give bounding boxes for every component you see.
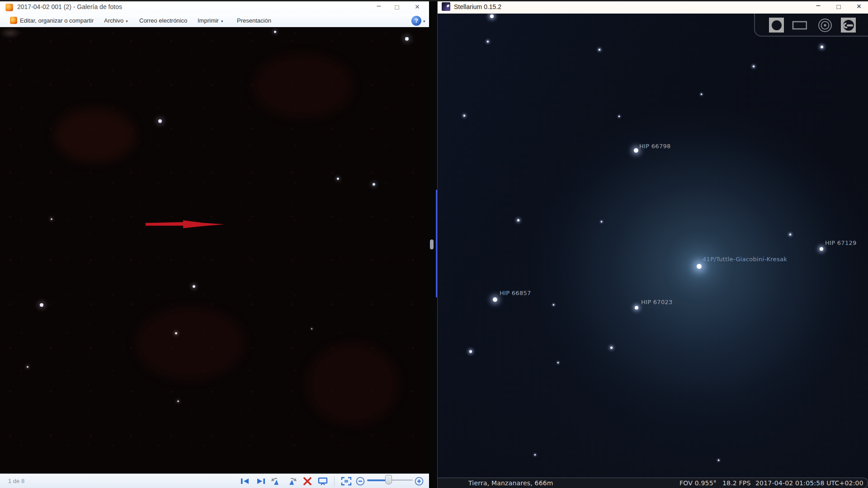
star-label: HIP 66798 (639, 143, 671, 150)
previous-icon (240, 478, 250, 485)
stellarium-statusbar: Tierra, Manzanares, 666m FOV 0.955° 18.2… (438, 478, 868, 488)
slideshow-button[interactable] (316, 476, 329, 487)
delete-photo-button[interactable] (301, 476, 314, 487)
sky-star (493, 297, 497, 302)
annotation-layer (0, 27, 429, 474)
full-circle-view-button[interactable] (769, 18, 784, 33)
stellarium-window: Stellarium 0.15.2 – □ × (437, 0, 868, 488)
chevron-down-icon: ▾ (221, 19, 223, 23)
photo-counter: 1 de 8 (8, 478, 24, 484)
sky-view[interactable]: Tierra, Manzanares, 666m FOV 0.955° 18.2… (438, 14, 868, 488)
frame-view-button[interactable] (792, 18, 807, 33)
photo-star (311, 328, 312, 329)
photo-star (27, 366, 28, 368)
sky-star (599, 49, 600, 51)
sky-star (634, 148, 638, 153)
desktop: 2017-04-02 001 (2) - Galería de fotos – … (0, 0, 868, 488)
fov-readout: FOV 0.955° (679, 479, 717, 487)
sky-star (517, 219, 519, 221)
close-button[interactable]: × (410, 3, 424, 12)
maximize-button[interactable]: □ (390, 3, 404, 12)
sky-star (557, 362, 559, 363)
sky-star (490, 14, 494, 18)
menu-slideshow[interactable]: Presentación (237, 16, 271, 25)
previous-photo-button[interactable] (239, 476, 251, 487)
maximize-button[interactable]: □ (832, 2, 845, 11)
photo-star (51, 218, 52, 220)
zoom-slider-thumb[interactable] (385, 475, 392, 484)
telrad-target-button[interactable] (817, 18, 832, 33)
astro-photo-canvas (0, 27, 429, 474)
rotate-left-icon (271, 477, 282, 486)
comet-label: 41P/Tuttle-Giacobini-Kresak (703, 256, 787, 263)
next-icon (256, 478, 266, 485)
photo-gallery-window: 2017-04-02 001 (2) - Galería de fotos – … (0, 0, 429, 488)
photo-star (158, 119, 162, 123)
menu-file-label: Archivo (104, 17, 123, 24)
menu-print-label: Imprimir (198, 17, 219, 24)
star-label: HIP 67129 (825, 239, 857, 246)
stellarium-titlebar[interactable]: Stellarium 0.15.2 – □ × (438, 0, 868, 14)
photo-star (274, 31, 276, 33)
minimize-button[interactable]: – (811, 2, 825, 11)
sky-star (610, 347, 613, 349)
next-photo-button[interactable] (255, 476, 267, 487)
rotate-left-button[interactable] (270, 476, 283, 487)
sky-star (487, 41, 489, 42)
photo-star (40, 303, 43, 307)
fit-to-window-button[interactable] (340, 476, 353, 487)
sky-star (821, 46, 823, 48)
photo-gallery-window-title: 2017-04-02 001 (2) - Galería de fotos (17, 3, 122, 10)
sky-star (635, 306, 638, 310)
sky-star (553, 304, 554, 305)
ocular-settings-button[interactable] (841, 18, 856, 33)
sky-star (718, 460, 719, 461)
menu-file[interactable]: Archivo▾ (104, 16, 128, 25)
menu-edit-organize-share[interactable]: Editar, organizar o compartir (20, 16, 94, 25)
concentric-circles-icon (817, 18, 832, 33)
fit-icon (341, 477, 352, 486)
delete-icon (303, 477, 312, 485)
gallery-edit-icon (10, 17, 17, 24)
sky-star (463, 115, 465, 117)
photo-star (175, 332, 177, 334)
zoom-in-button[interactable] (413, 476, 425, 487)
sky-star (534, 454, 536, 455)
comet-41p[interactable] (697, 264, 702, 269)
toolbar-separator (334, 476, 335, 486)
photo-gallery-toolbar: 1 de 8 (0, 474, 429, 488)
close-button[interactable]: × (852, 2, 866, 11)
sky-star (789, 234, 791, 235)
menu-email[interactable]: Correo electrónico (139, 16, 187, 25)
sky-star (701, 94, 702, 95)
help-icon[interactable]: ? (411, 16, 421, 26)
crescent-moon-icon (446, 4, 449, 7)
photo-star (193, 285, 195, 288)
chevron-down-icon[interactable]: ▾ (423, 19, 425, 23)
zoom-in-icon (414, 476, 424, 486)
location-readout: Tierra, Manzanares, 666m (468, 479, 553, 487)
snap-divider-grip[interactable] (430, 239, 434, 249)
photo-star (177, 400, 179, 402)
menu-print[interactable]: Imprimir▾ (198, 16, 223, 25)
slideshow-icon (317, 477, 328, 486)
rotate-right-icon (286, 477, 297, 486)
minimize-button[interactable]: – (372, 3, 386, 12)
sky-star (601, 221, 602, 222)
circle-view-icon (770, 19, 783, 32)
wrench-icon (842, 19, 855, 32)
photo-gallery-menubar: Editar, organizar o compartir Archivo▾ C… (0, 14, 429, 28)
rectangle-icon (792, 20, 807, 30)
zoom-out-button[interactable] (354, 476, 367, 487)
sky-star (469, 350, 472, 353)
chevron-down-icon: ▾ (126, 19, 128, 23)
stellarium-window-title: Stellarium 0.15.2 (454, 3, 501, 10)
datetime-readout: 2017-04-02 01:05:58 UTC+02:00 (755, 479, 863, 487)
photo-star (405, 37, 409, 41)
sky-star (820, 247, 823, 251)
rotate-right-button[interactable] (285, 476, 298, 487)
photo-gallery-app-icon (5, 4, 13, 11)
stellarium-corner-toolbar (754, 14, 868, 37)
comet-arrow-annotation (146, 221, 224, 229)
photo-gallery-titlebar[interactable]: 2017-04-02 001 (2) - Galería de fotos – … (0, 0, 429, 14)
